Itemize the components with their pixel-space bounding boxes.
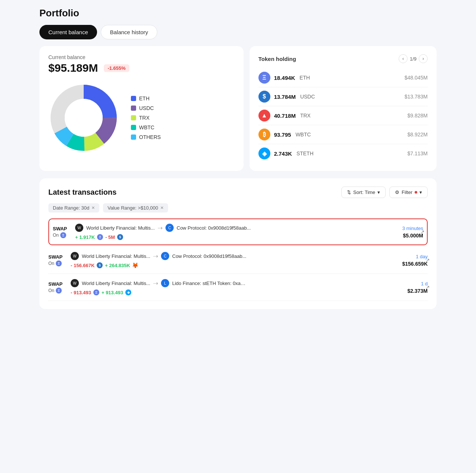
token-prev-button[interactable]: ‹ [399,54,408,63]
filter-chip-value-remove[interactable]: ✕ [160,205,164,210]
tx-from-icon-1: W [71,252,79,260]
tx-type-col-0: SWAP On Ξ [53,226,75,238]
transaction-row-2: SWAP On Ξ W World Liberty Financial: Mul… [48,274,428,301]
tx-to-2: Lido Finance: stETH Token: 0xae... [172,281,247,286]
tx-to-1: Cow Protocol: 0x9008d19f58aab... [172,253,246,259]
tab-balance-history[interactable]: Balance history [101,25,158,39]
tx-type-col-2: SWAP On Ξ [48,281,71,294]
tx-plus-amount-0: + 1.917K [75,234,95,240]
tx-right-0: 3 minutes $5.000M [399,226,423,239]
legend-item-trx: TRX [131,115,161,121]
token-holding-card: Token holding ‹ 1/9 › Ξ 18.494K ETH $48.… [250,46,437,171]
tab-current-balance[interactable]: Current balance [39,25,97,39]
tx-arrow-icon-0: ⇢ [158,224,163,231]
tx-plus-icon-2: Ξ [93,289,99,295]
chart-legend: ETH USDC TRX WBTC [131,95,161,140]
usdc-value: $13.783M [405,94,428,100]
legend-label-wbtc: WBTC [139,124,154,130]
tx-from-2: World Liberty Financial: Multis... [82,281,150,286]
token-pagination: ‹ 1/9 › [399,54,428,63]
tx-minus-icon-2: ◈ [125,289,131,295]
token-row-trx: ▲ 40.718M TRX $9.828M [258,106,428,125]
tx-arrow-icon-2: ⇢ [153,280,158,287]
usdc-amount: 13.784M [274,94,296,100]
filter-chip-date[interactable]: Date Range: 30d ✕ [48,203,99,213]
filter-chip-value[interactable]: Value Range: >$10,000 ✕ [103,203,168,213]
sort-icon: ⇅ [347,189,351,195]
filter-button[interactable]: ⚙ Filter ▾ [389,187,428,198]
legend-label-eth: ETH [139,95,149,101]
tx-minus-amount-0: - 5M [105,234,115,240]
filter-label: Filter [402,189,412,195]
tx-main-0: W World Liberty Financial: Multis... ⇢ C… [75,224,399,240]
token-page-indicator: 1/9 [410,56,416,62]
tx-right-2: 1 d $2.373M [404,281,428,294]
tx-minus-icon-1: 🦊 [132,262,138,268]
transactions-title: Latest transactions [48,188,116,197]
tabs-row: Current balance Balance history [39,25,437,39]
balance-amount: $95.189M [48,62,98,74]
tx-on-label-1: On [48,261,54,266]
legend-label-usdc: USDC [139,105,154,111]
tx-network-icon-1: Ξ [56,260,62,266]
tx-to-0: Cow Protocol: 0x9008d19f58aab... [177,225,251,231]
svg-point-6 [65,99,103,137]
tx-addresses-2: W World Liberty Financial: Multis... ⇢ L… [71,279,404,287]
wbtc-value: $8.922M [408,132,428,137]
tx-right-1: 1 day $156.659K [398,254,428,267]
token-next-button[interactable]: › [419,54,428,63]
token-row-usdc: $ 13.784M USDC $13.783M [258,87,428,106]
filter-chip-date-remove[interactable]: ✕ [91,205,95,210]
steth-amount: 2.743K [274,150,292,157]
tx-plus-icon-1: $ [97,262,103,268]
token-row-wbtc: ₿ 93.795 WBTC $8.922M [258,125,428,144]
filter-icon: ⚙ [395,189,399,195]
token-left-steth: ◈ 2.743K STETH [258,148,313,159]
tx-type-1: SWAP [48,254,71,260]
wbtc-symbol: WBTC [296,132,311,137]
tx-network-icon-0: Ξ [60,232,66,238]
filter-chevron-icon: ▾ [419,189,422,195]
chart-area: ETH USDC TRX WBTC [48,81,235,153]
tx-plus-icon-0: Ξ [97,234,103,240]
tx-type-0: SWAP [53,226,75,231]
filter-active-dot [415,191,417,194]
wbtc-amount: 93.795 [274,132,291,138]
tx-ext-link-0[interactable]: ↗ [420,229,425,235]
transactions-header: Latest transactions ⇅ Sort: Time ▾ ⚙ Fil… [48,187,428,198]
tx-from-icon-0: W [75,224,83,232]
legend-item-eth: ETH [131,95,161,101]
tx-minus-amount-2: + 913.493 [102,290,123,295]
tx-to-icon-2: L [161,279,169,287]
eth-symbol: ETH [299,75,310,81]
filter-chips: Date Range: 30d ✕ Value Range: >$10,000 … [48,203,428,213]
donut-chart [48,82,119,153]
tx-on-1: On Ξ [48,260,71,266]
token-left-eth: Ξ 18.494K ETH [258,72,310,84]
tx-main-1: W World Liberty Financial: Multis... ⇢ C… [71,252,398,268]
steth-icon: ◈ [258,148,270,159]
tx-value-2: $2.373M [408,288,428,294]
tx-ext-link-2[interactable]: ↗ [425,284,430,290]
sort-button[interactable]: ⇅ Sort: Time ▾ [341,187,386,198]
tx-ext-link-1[interactable]: ↗ [425,257,430,263]
tx-on-2: On Ξ [48,288,71,294]
legend-dot-others [131,135,136,140]
trx-symbol: TRX [300,113,311,119]
legend-dot-usdc [131,106,136,111]
trx-value: $9.828M [408,113,428,119]
legend-item-wbtc: WBTC [131,124,161,130]
tx-tokens-0: + 1.917K Ξ - 5M $ [75,234,399,240]
tx-tokens-2: - 913.493 Ξ + 913.493 ◈ [71,289,404,295]
balance-label: Current balance [48,54,235,60]
tx-type-2: SWAP [48,281,71,287]
tx-type-col-1: SWAP On Ξ [48,254,71,266]
legend-label-others: OTHERS [139,134,161,140]
usdc-symbol: USDC [300,94,315,100]
token-row-steth: ◈ 2.743K STETH $7.113M [258,144,428,163]
tx-time-1: 1 day [402,254,428,259]
sort-chevron-icon: ▾ [377,189,380,195]
legend-dot-wbtc [131,125,136,130]
legend-dot-trx [131,115,136,120]
steth-symbol: STETH [296,150,313,156]
